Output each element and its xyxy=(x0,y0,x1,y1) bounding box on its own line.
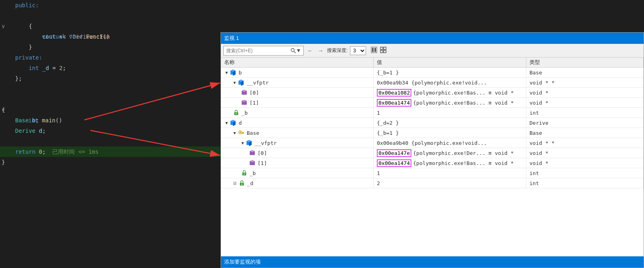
dropdown-arrow-icon[interactable]: ▼ xyxy=(297,47,300,54)
table-row[interactable]: ▼ b {_b=1 } Base xyxy=(221,68,644,78)
cube-icon xyxy=(230,69,236,76)
name-cell: ▼ b xyxy=(221,68,374,77)
key-icon xyxy=(238,130,244,136)
svg-line-4 xyxy=(294,51,296,53)
lock-icon xyxy=(241,170,247,176)
svg-point-28 xyxy=(239,132,241,133)
value-cell: 1 xyxy=(374,108,526,118)
cube-icon xyxy=(238,79,244,86)
watch-title-bar: 监视 1 xyxy=(221,33,644,44)
code-line: { xyxy=(0,105,221,115)
lock-icon xyxy=(233,110,239,115)
code-line: ∨ virtual void Func1() xyxy=(0,10,221,21)
code-line: private: xyxy=(0,52,221,63)
table-row[interactable]: _b 1 int xyxy=(221,108,644,118)
name-cell: ⊡ _d xyxy=(221,178,374,188)
svg-rect-10 xyxy=(380,50,383,53)
value-cell: {_d=2 } xyxy=(374,118,526,128)
type-cell: int xyxy=(526,108,644,118)
highlighted-value: 0x00ea1082 xyxy=(377,89,411,97)
table-row[interactable]: ▼ __vfptr 0x00ea9b40 {polymorphic.exe!vo… xyxy=(221,138,644,148)
name-cell: _b xyxy=(221,108,374,118)
name-cell: [1] xyxy=(221,98,374,107)
type-cell: Base xyxy=(526,68,644,77)
svg-rect-8 xyxy=(380,47,383,49)
name-cell: [0] xyxy=(221,148,374,158)
depth-label: 搜索深度: xyxy=(327,47,348,54)
table-row[interactable]: ▼ __vfptr 0x00ea9b34 {polymorphic.exe!vo… xyxy=(221,78,644,88)
table-row[interactable]: [1] 0x00ea1474 {polymorphic.exe!Bas... ≡… xyxy=(221,158,644,168)
search-input[interactable] xyxy=(226,48,290,54)
table-row[interactable]: ▼ d {_d=2 } Derive xyxy=(221,118,644,128)
type-cell: void * xyxy=(526,158,644,168)
svg-rect-31 xyxy=(242,133,243,134)
expand-icon[interactable]: ▼ xyxy=(233,80,236,85)
grid-icon-button[interactable] xyxy=(379,46,387,55)
depth-select[interactable]: 3 1 2 4 5 xyxy=(350,46,366,55)
type-cell: Derive xyxy=(526,118,644,128)
value-cell: 0x00ea1474 {polymorphic.exe!Bas... ≡ voi… xyxy=(374,158,526,168)
code-line: }; xyxy=(0,73,221,84)
code-editor: public: ∨ virtual void Func1() { cout <<… xyxy=(0,0,221,268)
header-type: 类型 xyxy=(526,58,644,67)
type-cell: void * xyxy=(526,148,644,158)
value-cell: {_b=1 } xyxy=(374,68,526,77)
value-cell: {_b=1 } xyxy=(374,128,526,138)
type-cell: Base xyxy=(526,128,644,138)
search-icon[interactable] xyxy=(290,48,296,54)
cube-icon xyxy=(246,140,252,146)
code-line xyxy=(0,84,221,94)
svg-point-23 xyxy=(236,113,237,114)
type-cell: void * xyxy=(526,88,644,97)
watch-toolbar: ▼ ← → 搜索深度: 3 1 2 4 5 xyxy=(221,44,644,58)
value-cell: 0x00ea9b34 {polymorphic.exe!void... xyxy=(374,78,526,87)
highlighted-value: 0x00ea1474 xyxy=(377,159,411,167)
watch-table[interactable]: 名称 值 类型 ▼ b {_b=1 } Base xyxy=(221,58,644,256)
name-cell: [1] xyxy=(221,158,374,168)
watch-title: 监视 1 xyxy=(224,35,239,42)
watch-panel: 监视 1 ▼ ← → 搜索深度: 3 1 2 4 5 xyxy=(221,32,644,268)
table-row[interactable]: ⊡ _d 2 int xyxy=(221,178,644,188)
cube-small-icon xyxy=(241,90,247,95)
type-cell: int xyxy=(526,168,644,178)
value-cell: 0x00ea9b40 {polymorphic.exe!void... xyxy=(374,138,526,148)
name-cell: ▼ Base xyxy=(221,128,374,138)
header-value: 值 xyxy=(374,58,526,67)
type-cell: void * xyxy=(526,98,644,107)
code-line: return 0; 已用时间 <= 1ms xyxy=(0,146,221,157)
add-watch-row[interactable]: 添加要监视的项 xyxy=(221,256,644,268)
search-box[interactable]: ▼ xyxy=(223,46,304,56)
value-cell: 1 xyxy=(374,168,526,178)
name-cell: ▼ d xyxy=(221,118,374,128)
lock-icon xyxy=(239,180,245,186)
table-row[interactable]: [1] 0x00ea1474 {polymorphic.exe!Bas... ≡… xyxy=(221,98,644,108)
value-cell: 2 xyxy=(374,178,526,188)
code-line: public: xyxy=(0,0,221,10)
add-watch-label: 添加要监视的项 xyxy=(224,258,261,266)
table-row[interactable]: ▼ Base {_b=1 } Base xyxy=(221,128,644,138)
expand-icon[interactable]: ▼ xyxy=(233,131,236,135)
value-cell: 0x00ea1082 {polymorphic.exe!Bas... ≡ voi… xyxy=(374,88,526,97)
type-cell: void * * xyxy=(526,78,644,87)
table-row[interactable]: _b 1 int xyxy=(221,168,644,178)
value-cell: 0x00ea147e {polymorphic.exe!Der... ≡ voi… xyxy=(374,148,526,158)
pin-icon-button[interactable] xyxy=(370,46,378,55)
table-row[interactable]: [0] 0x00ea1082 {polymorphic.exe!Bas... ≡… xyxy=(221,88,644,98)
svg-rect-11 xyxy=(384,50,386,53)
expand-icon[interactable]: ▼ xyxy=(225,121,228,125)
code-line: } xyxy=(0,157,221,167)
nav-forward-button[interactable]: → xyxy=(317,47,325,55)
table-row[interactable]: [0] 0x00ea147e {polymorphic.exe!Der... ≡… xyxy=(221,148,644,158)
type-cell: void * * xyxy=(526,138,644,148)
expand-icon[interactable]: ▼ xyxy=(241,141,244,145)
type-cell: int xyxy=(526,178,644,188)
cube-small-icon xyxy=(249,150,255,156)
svg-point-42 xyxy=(241,183,242,184)
toolbar-icons xyxy=(370,46,387,55)
nav-back-button[interactable]: ← xyxy=(306,47,314,55)
svg-rect-6 xyxy=(372,48,374,52)
code-line xyxy=(0,136,221,146)
cube-small-icon xyxy=(241,100,247,105)
expand-icon[interactable]: ▼ xyxy=(225,70,228,75)
cube-small-icon xyxy=(249,160,255,166)
